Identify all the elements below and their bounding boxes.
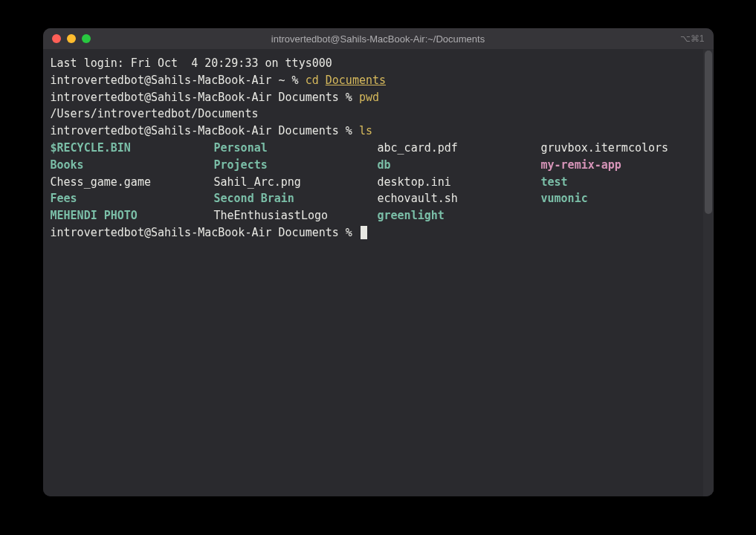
ls-item: gruvbox.itermcolors [541,140,705,157]
title-bar: introvertedbot@Sahils-MacBook-Air:~/Docu… [43,28,714,49]
ls-item: Sahil_Arc.png [214,174,378,191]
scrollbar-thumb[interactable] [705,51,712,214]
ls-item: Fees [51,190,214,207]
ls-item: Chess_game.game [51,174,214,191]
ls-row: BooksProjectsdbmy-remix-app [51,157,706,174]
traffic-lights [52,34,91,43]
prompt-line-cd: introvertedbot@Sahils-MacBook-Air ~ % cd… [51,72,706,89]
prompt-line-cursor: introvertedbot@Sahils-MacBook-Air Docume… [51,224,706,241]
ls-item: Books [51,157,214,174]
ls-row: FeesSecond Brainechovault.shvumonic [51,190,706,207]
ls-item [541,207,705,224]
ls-item: my-remix-app [541,157,705,174]
cmd-cd-arg: Documents [326,74,386,87]
terminal-body[interactable]: Last login: Fri Oct 4 20:29:33 on ttys00… [43,49,714,496]
cursor[interactable] [361,226,367,239]
pwd-output: /Users/introvertedbot/Documents [51,106,706,123]
ls-item: Second Brain [214,190,378,207]
ls-item: echovault.sh [378,190,541,207]
cmd-cd: cd [306,74,326,87]
ls-item: desktop.ini [378,174,541,191]
window-indicator: ⌥⌘1 [680,33,705,44]
terminal-window: introvertedbot@Sahils-MacBook-Air:~/Docu… [43,28,714,496]
window-title: introvertedbot@Sahils-MacBook-Air:~/Docu… [271,33,485,45]
scrollbar-track[interactable] [703,49,714,496]
minimize-button[interactable] [67,34,76,43]
ls-row: $RECYCLE.BINPersonalabc_card.pdfgruvbox.… [51,140,706,157]
prompt-docs-2: introvertedbot@Sahils-MacBook-Air Docume… [51,124,359,137]
ls-row: Chess_game.gameSahil_Arc.pngdesktop.init… [51,174,706,191]
ls-output: $RECYCLE.BINPersonalabc_card.pdfgruvbox.… [51,140,706,224]
ls-item: $RECYCLE.BIN [51,140,214,157]
close-button[interactable] [52,34,61,43]
cmd-ls: ls [359,124,372,137]
prompt-line-ls: introvertedbot@Sahils-MacBook-Air Docume… [51,123,706,140]
prompt-docs-3: introvertedbot@Sahils-MacBook-Air Docume… [51,226,359,239]
ls-item: test [541,174,705,191]
ls-row: MEHENDI PHOTOTheEnthusiastLogogreenlight [51,207,706,224]
ls-item: TheEnthusiastLogo [214,207,378,224]
cmd-pwd: pwd [359,91,379,104]
maximize-button[interactable] [82,34,91,43]
prompt-docs-1: introvertedbot@Sahils-MacBook-Air Docume… [51,91,359,104]
prompt-line-pwd: introvertedbot@Sahils-MacBook-Air Docume… [51,89,706,106]
ls-item: greenlight [378,207,541,224]
ls-item: abc_card.pdf [378,140,541,157]
ls-item: db [378,157,541,174]
ls-item: vumonic [541,190,705,207]
last-login-line: Last login: Fri Oct 4 20:29:33 on ttys00… [51,55,706,72]
ls-item: Personal [214,140,378,157]
ls-item: MEHENDI PHOTO [51,207,214,224]
prompt-home: introvertedbot@Sahils-MacBook-Air ~ % [51,74,306,87]
ls-item: Projects [214,157,378,174]
